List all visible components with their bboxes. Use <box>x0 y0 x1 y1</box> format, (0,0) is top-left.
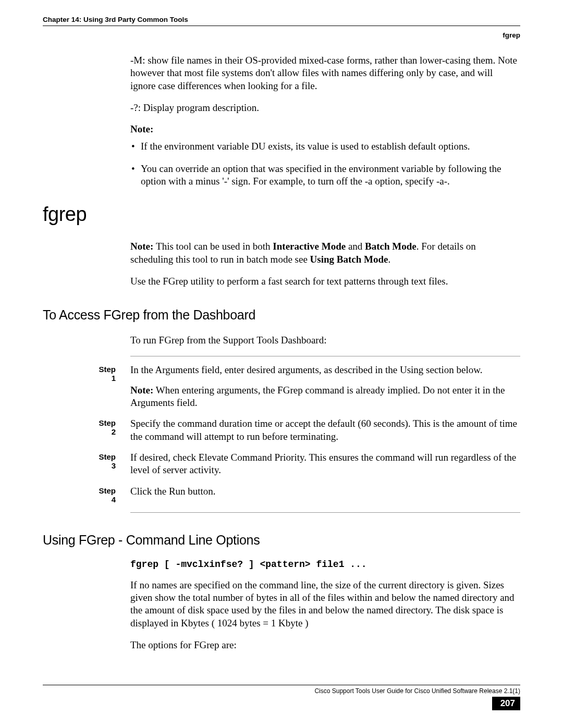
note-body: When entering arguments, the FGrep comma… <box>130 385 505 408</box>
access-intro: To run FGrep from the Support Tools Dash… <box>130 334 520 347</box>
note-prefix: Note: <box>130 241 156 252</box>
step-body: In the Arguments field, enter desired ar… <box>130 364 520 409</box>
access-heading: To Access FGrep from the Dashboard <box>43 307 520 323</box>
option-m-description: -M: show file names in their OS-provided… <box>130 54 520 92</box>
step-row: Step 3 If desired, check Elevate Command… <box>95 451 520 477</box>
step-body: If desired, check Elevate Command Priori… <box>130 451 520 477</box>
step-note: Note: When entering arguments, the FGrep… <box>130 384 520 410</box>
bullet-item: You can override an option that was spec… <box>130 163 520 188</box>
step-row: Step 2 Specify the command duration time… <box>95 417 520 443</box>
step-body: Specify the command duration time or acc… <box>130 417 520 443</box>
bullet-item: If the environment variable DU exists, i… <box>130 140 520 153</box>
using-batch-text: Using Batch Mode <box>310 254 388 265</box>
divider <box>130 512 520 513</box>
footer-title: Cisco Support Tools User Guide for Cisco… <box>43 685 520 695</box>
cmdline-para1: If no names are specified on the command… <box>130 579 520 630</box>
chapter-label: Chapter 14: Using 3rd Party Common Tools <box>43 16 188 23</box>
step-body: Click the Run button. <box>130 485 520 504</box>
fgrep-command: fgrep [ -mvclxinfse? ] <pattern> file1 .… <box>130 559 520 570</box>
step-text: Click the Run button. <box>130 485 520 498</box>
step-text: Specify the command duration time or acc… <box>130 417 520 443</box>
step-label: Step 1 <box>95 364 130 409</box>
batch-mode-text: Batch Mode <box>365 241 417 252</box>
step-text: If desired, check Elevate Command Priori… <box>130 451 520 477</box>
section-label: fgrep <box>503 20 520 39</box>
page-header: Chapter 14: Using 3rd Party Common Tools <box>43 16 520 26</box>
divider <box>130 356 520 356</box>
fgrep-heading: fgrep <box>43 203 520 226</box>
steps-container: Step 1 In the Arguments field, enter des… <box>95 356 520 512</box>
fgrep-usage: Use the FGrep utility to perform a fast … <box>130 275 520 288</box>
step-row: Step 4 Click the Run button. <box>95 485 520 504</box>
note-text: and <box>346 241 365 252</box>
interactive-mode-text: Interactive Mode <box>273 241 346 252</box>
option-q-description: -?: Display program description. <box>130 102 520 114</box>
step-label: Step 3 <box>95 451 130 477</box>
note-prefix: Note: <box>130 385 153 396</box>
step-label: Step 4 <box>95 485 130 504</box>
note-text: This tool can be used in both <box>156 241 273 252</box>
cmdline-para2: The options for FGrep are: <box>130 639 520 651</box>
step-text: In the Arguments field, enter desired ar… <box>130 364 520 376</box>
note-bullets: If the environment variable DU exists, i… <box>130 140 520 188</box>
page-number: 207 <box>492 697 520 710</box>
step-label: Step 2 <box>95 417 130 443</box>
step-row: Step 1 In the Arguments field, enter des… <box>95 364 520 409</box>
note-label: Note: <box>130 124 520 135</box>
cmdline-heading: Using FGrep - Command Line Options <box>43 533 520 548</box>
page-footer: Cisco Support Tools User Guide for Cisco… <box>43 685 520 710</box>
note-text: . <box>388 254 391 265</box>
fgrep-mode-note: Note: This tool can be used in both Inte… <box>130 240 520 266</box>
